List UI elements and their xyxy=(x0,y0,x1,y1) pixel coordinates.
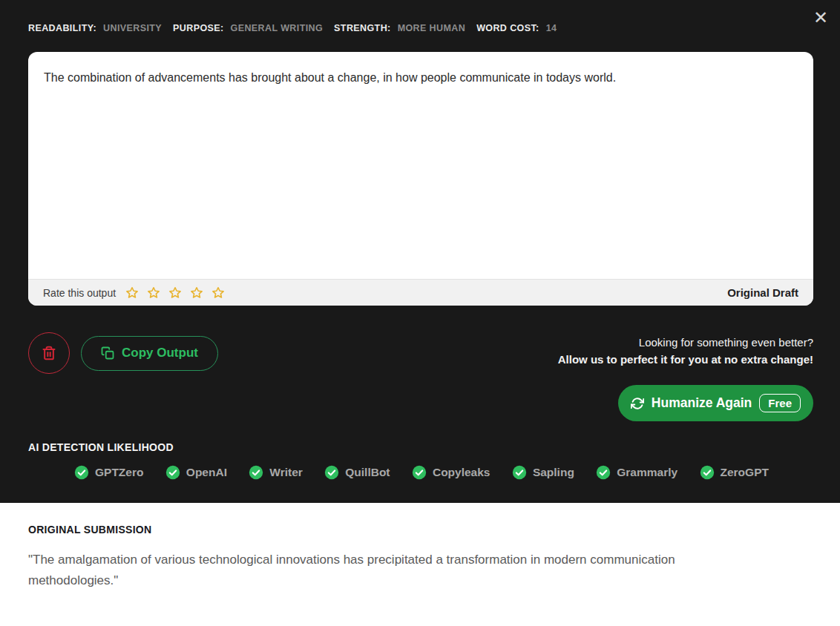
detector-item: QuillBot xyxy=(324,465,390,480)
detector-label: GPTZero xyxy=(95,466,143,479)
setting-value: UNIVERSITY xyxy=(103,23,162,33)
check-circle-icon xyxy=(74,465,89,480)
output-footer: Rate this output Original Draft xyxy=(28,279,813,306)
close-icon[interactable]: ✕ xyxy=(807,4,834,31)
humanize-again-button[interactable]: Humanize Again Free xyxy=(618,385,813,421)
setting-purpose: PURPOSE: GENERAL WRITING xyxy=(173,23,323,33)
detector-item: Sapling xyxy=(512,465,574,480)
star-icon[interactable] xyxy=(146,286,161,300)
original-submission-text: "The amalgamation of various technologic… xyxy=(28,550,767,591)
output-text-area[interactable]: The combination of advancements has brou… xyxy=(28,52,813,279)
check-circle-icon xyxy=(512,465,527,480)
copy-icon xyxy=(101,346,114,360)
check-circle-icon xyxy=(596,465,611,480)
setting-value: GENERAL WRITING xyxy=(231,23,324,33)
setting-word-cost: WORD COST: 14 xyxy=(476,23,557,33)
setting-label: WORD COST: xyxy=(476,23,539,33)
setting-label: READABILITY: xyxy=(28,23,96,33)
rating-stars xyxy=(125,286,226,300)
check-circle-icon xyxy=(412,465,427,480)
detector-item: Writer xyxy=(249,465,303,480)
check-circle-icon xyxy=(165,465,180,480)
detector-label: OpenAI xyxy=(186,466,227,479)
ai-detection-heading: AI DETECTION LIKELIHOOD xyxy=(28,441,174,453)
detector-item: Copyleaks xyxy=(412,465,490,480)
actions-row: Copy Output xyxy=(28,332,218,374)
detector-label: QuillBot xyxy=(345,466,390,479)
humanize-again-label: Humanize Again xyxy=(652,395,752,411)
check-circle-icon xyxy=(700,465,715,480)
copy-output-button[interactable]: Copy Output xyxy=(81,336,218,371)
detector-item: Grammarly xyxy=(596,465,677,480)
star-icon[interactable] xyxy=(211,286,226,300)
detector-label: Grammarly xyxy=(617,466,677,479)
humanizer-result-modal: ✕ READABILITY: UNIVERSITY PURPOSE: GENER… xyxy=(0,0,840,503)
refresh-icon xyxy=(631,397,644,410)
setting-label: PURPOSE: xyxy=(173,23,224,33)
free-badge: Free xyxy=(759,394,801,412)
setting-strength: STRENGTH: MORE HUMAN xyxy=(334,23,465,33)
settings-summary-bar: READABILITY: UNIVERSITY PURPOSE: GENERAL… xyxy=(28,23,557,33)
detector-label: ZeroGPT xyxy=(721,466,769,479)
check-circle-icon xyxy=(324,465,339,480)
original-submission-section: ORIGINAL SUBMISSION "The amalgamation of… xyxy=(0,503,840,626)
detector-item: ZeroGPT xyxy=(700,465,769,480)
setting-label: STRENGTH: xyxy=(334,23,391,33)
star-icon[interactable] xyxy=(168,286,183,300)
setting-value: MORE HUMAN xyxy=(398,23,466,33)
star-icon[interactable] xyxy=(125,286,140,300)
setting-value: 14 xyxy=(546,23,557,33)
promo-line-2: Allow us to perfect it for you at no ext… xyxy=(558,351,813,368)
detector-item: GPTZero xyxy=(74,465,143,480)
detector-item: OpenAI xyxy=(165,465,227,480)
trash-icon xyxy=(42,346,56,360)
setting-readability: READABILITY: UNIVERSITY xyxy=(28,23,162,33)
detector-list: GPTZero OpenAI xyxy=(74,465,769,480)
promo-text: Looking for something even better? Allow… xyxy=(558,334,813,368)
copy-output-label: Copy Output xyxy=(122,346,198,360)
delete-button[interactable] xyxy=(28,332,70,374)
star-icon[interactable] xyxy=(189,286,204,300)
detector-label: Sapling xyxy=(533,466,574,479)
original-draft-toggle[interactable]: Original Draft xyxy=(727,286,798,299)
promo-line-1: Looking for something even better? xyxy=(558,334,813,351)
rate-output-label: Rate this output xyxy=(43,287,116,299)
detector-label: Writer xyxy=(269,466,303,479)
output-card: The combination of advancements has brou… xyxy=(28,52,813,306)
original-submission-heading: ORIGINAL SUBMISSION xyxy=(28,524,812,536)
check-circle-icon xyxy=(249,465,263,480)
detector-label: Copyleaks xyxy=(433,466,490,479)
